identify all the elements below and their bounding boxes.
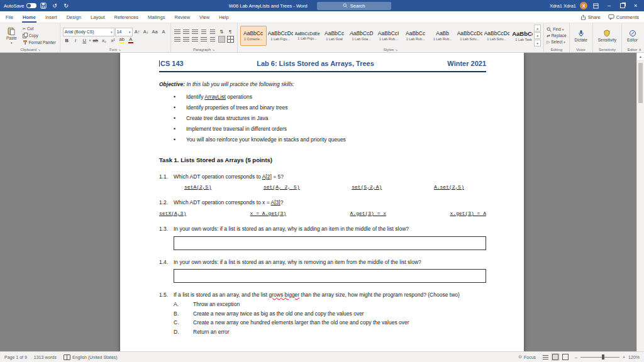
sensitivity-button[interactable]: Sensitivity [596, 25, 619, 47]
restore-button[interactable] [618, 1, 627, 10]
search-box[interactable]: Search [317, 2, 391, 10]
italic-button[interactable]: I [72, 37, 80, 44]
ribbon-tab[interactable]: Design [66, 11, 82, 23]
paste-button[interactable]: Paste ▾ [4, 25, 19, 47]
scroll-up-button[interactable]: ▲ [637, 53, 644, 61]
copy-button[interactable]: Copy [21, 33, 57, 39]
user-avatar[interactable]: X [580, 2, 587, 9]
choice-item[interactable]: A. Throw an exception [174, 300, 486, 308]
word-count[interactable]: 1313 words [34, 355, 57, 359]
zoom-in-button[interactable]: + [623, 355, 625, 359]
format-painter-button[interactable]: Format Painter [21, 40, 57, 46]
style-card[interactable]: AaBbCc 1 Console... [240, 26, 267, 46]
shrink-font-button[interactable]: A↓ [142, 28, 150, 35]
paragraph-dialog-launcher[interactable]: ↘ [212, 48, 214, 52]
style-card[interactable]: AaBbCcI 1 Lab Rub... [375, 26, 402, 46]
answer-option[interactable]: set(5,2,A) [352, 184, 382, 191]
superscript-button[interactable]: x² [109, 37, 117, 44]
style-card[interactable]: AaBb 1 Lab Rub... [430, 26, 456, 46]
user-name[interactable]: Xdra1 Xdra1 [550, 3, 576, 9]
editor-button[interactable]: Editor [625, 25, 640, 47]
page-indicator[interactable]: Page 1 of 9 [4, 355, 27, 359]
font-name-select[interactable]: Arial (Body CS)▾ [63, 28, 114, 36]
align-center-button[interactable] [182, 36, 191, 43]
subscript-button[interactable]: x₂ [100, 37, 108, 44]
answer-box-1-4[interactable] [174, 269, 486, 283]
print-layout-button[interactable] [551, 353, 560, 361]
ribbon-tab[interactable]: Layout [90, 11, 106, 23]
ribbon-tab[interactable]: Insert [45, 11, 58, 23]
choice-item[interactable]: D. Return an error [174, 328, 486, 336]
zoom-slider-thumb[interactable] [602, 354, 604, 359]
comments-button[interactable]: Comments [608, 14, 639, 20]
zoom-out-button[interactable]: – [575, 355, 577, 359]
answer-option[interactable]: x = A.get(3) [250, 210, 287, 217]
style-card[interactable]: AaBbCcDdEe 1 Lab Figu... [294, 26, 321, 46]
styles-dialog-launcher[interactable]: ↘ [395, 48, 397, 52]
ribbon-tab[interactable]: References [114, 11, 139, 23]
font-size-select[interactable]: 14▾ [115, 28, 133, 36]
minimize-button[interactable]: – [604, 1, 614, 10]
choice-item[interactable]: B. Create a new array twice as big as th… [174, 310, 486, 317]
style-card[interactable]: AaBbCcDc 1 Lab Solu... [457, 26, 483, 46]
replace-button[interactable]: ⇄ Replace [547, 33, 566, 38]
strikethrough-button[interactable]: ab [91, 37, 99, 44]
ribbon-tab[interactable]: View [199, 11, 210, 23]
share-button[interactable]: Share [580, 14, 601, 20]
choice-item[interactable]: C. Create a new array one hundred elemen… [174, 319, 486, 326]
increase-indent-button[interactable] [209, 28, 217, 35]
bold-button[interactable]: B [63, 37, 71, 44]
zoom-slider[interactable] [580, 357, 619, 358]
style-card[interactable]: AaBbCcDc 1 Lab Solu... [484, 26, 510, 46]
clipboard-dialog-launcher[interactable]: ↘ [38, 48, 40, 52]
multilevel-list-button[interactable] [191, 28, 199, 35]
grow-font-button[interactable]: A↑ [133, 28, 142, 35]
ribbon-tab[interactable]: Review [174, 11, 191, 23]
dictate-button[interactable]: Dictate [572, 25, 590, 47]
decrease-indent-button[interactable] [200, 28, 208, 35]
sort-button[interactable]: ⇅ [218, 28, 226, 35]
justify-button[interactable] [200, 36, 208, 43]
clear-formatting-button[interactable]: A [160, 28, 168, 35]
focus-mode-button[interactable]: ⊙ Focus [518, 354, 536, 359]
underline-button[interactable]: U [80, 37, 89, 44]
scrollbar-thumb[interactable] [638, 63, 643, 103]
ribbon-display-options-button[interactable] [591, 1, 601, 10]
read-mode-button[interactable] [541, 353, 550, 361]
style-card[interactable]: AaBbCcD 1 Lab Goa... [348, 26, 375, 46]
vertical-scrollbar[interactable]: ▲ [636, 53, 644, 351]
change-case-button[interactable]: Aa [151, 28, 159, 35]
numbered-list-button[interactable] [182, 28, 191, 35]
undo-button[interactable]: ↺ [51, 1, 59, 10]
proofing-status[interactable]: English (United States) [64, 354, 118, 360]
underline-dropdown-icon[interactable]: ▾ [89, 38, 91, 42]
ribbon-tab[interactable]: Mailings [147, 11, 166, 23]
line-spacing-button[interactable] [209, 36, 217, 43]
style-card[interactable]: AaBbCc 1 Lab Goal [321, 26, 348, 46]
text-highlight-button[interactable]: ab [118, 37, 126, 44]
collapse-ribbon-button[interactable]: ∧ [639, 47, 641, 52]
zoom-level[interactable]: 120% [628, 355, 640, 359]
align-right-button[interactable] [191, 36, 199, 43]
style-card[interactable]: AaBbCc 1 Lab Task [511, 26, 533, 46]
answer-option[interactable]: set(A, 2, 5) [264, 184, 300, 191]
style-card[interactable]: AaBbCc 1 Lab Rub... [402, 26, 429, 46]
page[interactable]: CS 143 Lab 6: Lists Stored as Arrays, Tr… [120, 53, 524, 351]
align-left-button[interactable] [174, 36, 182, 43]
ribbon-tab[interactable]: Help [218, 11, 229, 23]
save-button[interactable] [40, 1, 48, 10]
cut-button[interactable]: ✂Cut [21, 26, 57, 32]
find-button[interactable]: Find ▾ [547, 27, 566, 32]
styles-scroll-up-button[interactable]: ▴ [534, 25, 541, 31]
styles-scroll-down-button[interactable]: ▾ [534, 32, 541, 39]
answer-option[interactable]: setX(A,3) [159, 210, 186, 217]
answer-option[interactable]: setA(2,5) [184, 184, 211, 191]
font-color-button[interactable]: A [126, 37, 135, 44]
show-formatting-button[interactable]: ¶ [226, 28, 235, 35]
close-button[interactable]: × [631, 1, 640, 10]
answer-option[interactable]: A.get(3) = x [350, 210, 386, 217]
redo-button[interactable]: ↻ [62, 1, 70, 10]
bullet-list-button[interactable] [174, 28, 182, 35]
autosave-toggle[interactable]: AutoSave [4, 3, 36, 9]
font-dialog-launcher[interactable]: ↘ [118, 48, 121, 52]
